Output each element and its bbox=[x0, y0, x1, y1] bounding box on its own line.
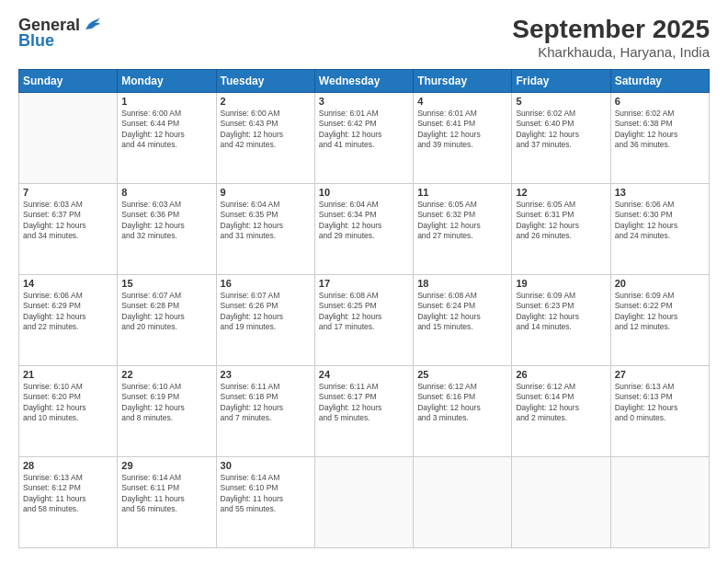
day-info: Sunrise: 6:07 AM Sunset: 6:28 PM Dayligh… bbox=[121, 291, 211, 333]
calendar-day-cell bbox=[414, 457, 512, 548]
calendar-day-cell: 6Sunrise: 6:02 AM Sunset: 6:38 PM Daylig… bbox=[610, 93, 709, 184]
day-info: Sunrise: 6:06 AM Sunset: 6:30 PM Dayligh… bbox=[615, 200, 705, 242]
day-number: 13 bbox=[615, 187, 705, 198]
day-info: Sunrise: 6:04 AM Sunset: 6:34 PM Dayligh… bbox=[319, 200, 409, 242]
calendar-day-cell: 22Sunrise: 6:10 AM Sunset: 6:19 PM Dayli… bbox=[118, 366, 216, 457]
day-number: 27 bbox=[615, 369, 705, 380]
day-number: 30 bbox=[221, 460, 311, 471]
day-number: 1 bbox=[121, 96, 211, 107]
calendar-day-cell: 9Sunrise: 6:04 AM Sunset: 6:35 PM Daylig… bbox=[216, 184, 314, 275]
calendar-day-cell: 28Sunrise: 6:13 AM Sunset: 6:12 PM Dayli… bbox=[19, 457, 118, 548]
day-number: 3 bbox=[319, 96, 409, 107]
day-info: Sunrise: 6:11 AM Sunset: 6:17 PM Dayligh… bbox=[319, 382, 409, 424]
day-info: Sunrise: 6:11 AM Sunset: 6:18 PM Dayligh… bbox=[221, 382, 311, 424]
day-number: 2 bbox=[221, 96, 311, 107]
day-info: Sunrise: 6:08 AM Sunset: 6:25 PM Dayligh… bbox=[319, 291, 409, 333]
calendar-week-row: 14Sunrise: 6:06 AM Sunset: 6:29 PM Dayli… bbox=[19, 275, 710, 366]
calendar-day-cell: 24Sunrise: 6:11 AM Sunset: 6:17 PM Dayli… bbox=[314, 366, 413, 457]
day-info: Sunrise: 6:14 AM Sunset: 6:11 PM Dayligh… bbox=[121, 473, 211, 515]
calendar-day-cell: 4Sunrise: 6:01 AM Sunset: 6:41 PM Daylig… bbox=[414, 93, 512, 184]
calendar-day-cell: 20Sunrise: 6:09 AM Sunset: 6:22 PM Dayli… bbox=[610, 275, 709, 366]
day-number: 9 bbox=[221, 187, 311, 198]
day-info: Sunrise: 6:05 AM Sunset: 6:31 PM Dayligh… bbox=[516, 200, 606, 242]
calendar-day-cell bbox=[610, 457, 709, 548]
day-info: Sunrise: 6:02 AM Sunset: 6:40 PM Dayligh… bbox=[516, 109, 606, 151]
calendar-day-cell: 1Sunrise: 6:00 AM Sunset: 6:44 PM Daylig… bbox=[118, 93, 216, 184]
day-info: Sunrise: 6:00 AM Sunset: 6:43 PM Dayligh… bbox=[221, 109, 311, 151]
logo-text-block: General Blue bbox=[18, 15, 102, 51]
calendar-week-row: 21Sunrise: 6:10 AM Sunset: 6:20 PM Dayli… bbox=[19, 366, 710, 457]
header: General Blue September 2025 Kharkhauda, … bbox=[18, 15, 710, 60]
day-number: 7 bbox=[23, 187, 113, 198]
day-info: Sunrise: 6:14 AM Sunset: 6:10 PM Dayligh… bbox=[221, 473, 311, 515]
col-friday: Friday bbox=[512, 70, 610, 93]
day-info: Sunrise: 6:12 AM Sunset: 6:16 PM Dayligh… bbox=[417, 382, 507, 424]
title-block: September 2025 Kharkhauda, Haryana, Indi… bbox=[512, 15, 710, 60]
day-info: Sunrise: 6:07 AM Sunset: 6:26 PM Dayligh… bbox=[221, 291, 311, 333]
day-info: Sunrise: 6:01 AM Sunset: 6:42 PM Dayligh… bbox=[319, 109, 409, 151]
day-number: 5 bbox=[516, 96, 606, 107]
calendar-day-cell: 17Sunrise: 6:08 AM Sunset: 6:25 PM Dayli… bbox=[314, 275, 413, 366]
calendar-day-cell: 7Sunrise: 6:03 AM Sunset: 6:37 PM Daylig… bbox=[19, 184, 118, 275]
day-info: Sunrise: 6:10 AM Sunset: 6:19 PM Dayligh… bbox=[121, 382, 211, 424]
day-number: 23 bbox=[221, 369, 311, 380]
day-number: 21 bbox=[23, 369, 113, 380]
calendar-day-cell: 26Sunrise: 6:12 AM Sunset: 6:14 PM Dayli… bbox=[512, 366, 610, 457]
page: General Blue September 2025 Kharkhauda, … bbox=[0, 0, 728, 563]
day-number: 17 bbox=[319, 278, 409, 289]
day-number: 28 bbox=[23, 460, 113, 471]
day-info: Sunrise: 6:04 AM Sunset: 6:35 PM Dayligh… bbox=[221, 200, 311, 242]
calendar-day-cell: 2Sunrise: 6:00 AM Sunset: 6:43 PM Daylig… bbox=[216, 93, 314, 184]
day-info: Sunrise: 6:03 AM Sunset: 6:36 PM Dayligh… bbox=[121, 200, 211, 242]
day-info: Sunrise: 6:03 AM Sunset: 6:37 PM Dayligh… bbox=[23, 200, 113, 242]
day-number: 16 bbox=[221, 278, 311, 289]
day-number: 11 bbox=[417, 187, 507, 198]
col-wednesday: Wednesday bbox=[314, 70, 413, 93]
day-info: Sunrise: 6:12 AM Sunset: 6:14 PM Dayligh… bbox=[516, 382, 606, 424]
day-info: Sunrise: 6:06 AM Sunset: 6:29 PM Dayligh… bbox=[23, 291, 113, 333]
calendar-day-cell: 19Sunrise: 6:09 AM Sunset: 6:23 PM Dayli… bbox=[512, 275, 610, 366]
calendar-week-row: 7Sunrise: 6:03 AM Sunset: 6:37 PM Daylig… bbox=[19, 184, 710, 275]
calendar-day-cell: 14Sunrise: 6:06 AM Sunset: 6:29 PM Dayli… bbox=[19, 275, 118, 366]
calendar-week-row: 28Sunrise: 6:13 AM Sunset: 6:12 PM Dayli… bbox=[19, 457, 710, 548]
col-saturday: Saturday bbox=[610, 70, 709, 93]
calendar-day-cell: 15Sunrise: 6:07 AM Sunset: 6:28 PM Dayli… bbox=[118, 275, 216, 366]
day-info: Sunrise: 6:08 AM Sunset: 6:24 PM Dayligh… bbox=[417, 291, 507, 333]
col-monday: Monday bbox=[118, 70, 216, 93]
calendar-subtitle: Kharkhauda, Haryana, India bbox=[512, 44, 710, 60]
calendar-day-cell: 25Sunrise: 6:12 AM Sunset: 6:16 PM Dayli… bbox=[414, 366, 512, 457]
logo-bird-icon bbox=[82, 15, 102, 35]
col-sunday: Sunday bbox=[19, 70, 118, 93]
calendar-day-cell: 30Sunrise: 6:14 AM Sunset: 6:10 PM Dayli… bbox=[216, 457, 314, 548]
day-info: Sunrise: 6:09 AM Sunset: 6:22 PM Dayligh… bbox=[615, 291, 705, 333]
day-info: Sunrise: 6:13 AM Sunset: 6:12 PM Dayligh… bbox=[23, 473, 113, 515]
day-number: 26 bbox=[516, 369, 606, 380]
col-tuesday: Tuesday bbox=[216, 70, 314, 93]
day-number: 6 bbox=[615, 96, 705, 107]
calendar-day-cell: 13Sunrise: 6:06 AM Sunset: 6:30 PM Dayli… bbox=[610, 184, 709, 275]
day-number: 25 bbox=[417, 369, 507, 380]
calendar-day-cell: 8Sunrise: 6:03 AM Sunset: 6:36 PM Daylig… bbox=[118, 184, 216, 275]
day-number: 4 bbox=[417, 96, 507, 107]
day-info: Sunrise: 6:13 AM Sunset: 6:13 PM Dayligh… bbox=[615, 382, 705, 424]
calendar-day-cell: 16Sunrise: 6:07 AM Sunset: 6:26 PM Dayli… bbox=[216, 275, 314, 366]
calendar-table: Sunday Monday Tuesday Wednesday Thursday… bbox=[18, 69, 710, 548]
day-number: 24 bbox=[319, 369, 409, 380]
day-number: 10 bbox=[319, 187, 409, 198]
day-number: 18 bbox=[417, 278, 507, 289]
day-number: 15 bbox=[121, 278, 211, 289]
calendar-day-cell: 5Sunrise: 6:02 AM Sunset: 6:40 PM Daylig… bbox=[512, 93, 610, 184]
calendar-week-row: 1Sunrise: 6:00 AM Sunset: 6:44 PM Daylig… bbox=[19, 93, 710, 184]
day-info: Sunrise: 6:00 AM Sunset: 6:44 PM Dayligh… bbox=[121, 109, 211, 151]
day-info: Sunrise: 6:02 AM Sunset: 6:38 PM Dayligh… bbox=[615, 109, 705, 151]
calendar-day-cell: 27Sunrise: 6:13 AM Sunset: 6:13 PM Dayli… bbox=[610, 366, 709, 457]
day-number: 12 bbox=[516, 187, 606, 198]
calendar-day-cell bbox=[512, 457, 610, 548]
calendar-day-cell bbox=[19, 93, 118, 184]
day-number: 19 bbox=[516, 278, 606, 289]
calendar-day-cell: 10Sunrise: 6:04 AM Sunset: 6:34 PM Dayli… bbox=[314, 184, 413, 275]
day-number: 29 bbox=[121, 460, 211, 471]
logo: General Blue bbox=[18, 15, 102, 51]
day-number: 14 bbox=[23, 278, 113, 289]
calendar-header-row: Sunday Monday Tuesday Wednesday Thursday… bbox=[19, 70, 710, 93]
